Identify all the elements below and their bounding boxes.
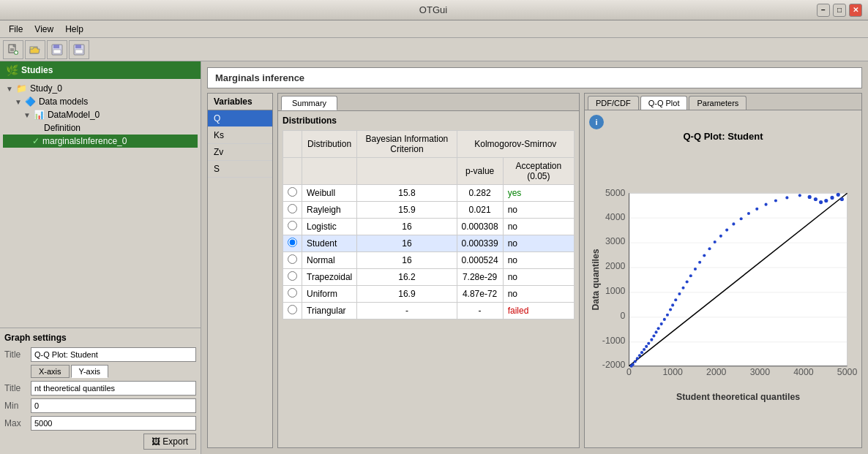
dist-bic-logistic: 16: [357, 219, 457, 235]
max-input[interactable]: [31, 416, 196, 431]
menu-bar: File View Help: [0, 20, 868, 38]
svg-point-83: [837, 193, 840, 197]
svg-point-80: [819, 200, 823, 204]
menu-file[interactable]: File: [3, 23, 29, 36]
svg-text:0: 0: [626, 367, 632, 377]
left-panel: 🌿 Studies ▼ 📁 Study_0 ▼ 🔷 Data models ▼ …: [0, 61, 201, 454]
dist-bic-student: 16: [357, 235, 457, 252]
svg-point-64: [698, 261, 701, 264]
svg-point-75: [774, 199, 777, 202]
dist-bic-uniform: 16.9: [357, 286, 457, 303]
svg-point-46: [643, 348, 646, 351]
svg-point-70: [732, 222, 735, 225]
axis-title-row: Title: [4, 381, 196, 396]
dist-acceptance-rayleigh: no: [503, 202, 574, 219]
svg-point-61: [686, 280, 689, 283]
svg-text:5000: 5000: [605, 188, 626, 198]
svg-point-62: [689, 274, 692, 277]
svg-point-76: [785, 196, 788, 199]
datamodels-icon: 🔷: [25, 97, 36, 107]
svg-text:-2000: -2000: [602, 360, 626, 370]
svg-text:2000: 2000: [605, 261, 626, 271]
svg-point-69: [725, 229, 728, 232]
col-bic: Bayesian Information Criterion: [357, 131, 457, 158]
svg-text:4000: 4000: [793, 367, 814, 377]
graph-settings-panel: Graph settings Title X-axis Y-axis Title…: [0, 328, 201, 454]
tree-item-datamodel[interactable]: ▼ 📊 DataModel_0: [3, 108, 198, 121]
axis-title-input[interactable]: [31, 381, 196, 396]
saveas-button[interactable]: [47, 40, 67, 59]
dist-acceptance-triangular: failed: [503, 303, 574, 319]
tree-item-study[interactable]: ▼ 📁 Study_0: [3, 82, 198, 95]
title-bar-buttons: − □ ✕: [817, 4, 862, 17]
tab-parameters[interactable]: Parameters: [689, 96, 747, 110]
tab-qqplot[interactable]: Q-Q Plot: [640, 96, 688, 110]
menu-view[interactable]: View: [29, 23, 59, 36]
dist-radio-trapezoidal[interactable]: [288, 271, 297, 281]
min-input[interactable]: [31, 398, 196, 413]
svg-point-49: [650, 338, 653, 341]
dist-radio-logistic[interactable]: [288, 221, 297, 230]
dist-acceptance-logistic: no: [503, 219, 574, 235]
col-pvalue: p-value: [457, 158, 503, 185]
chart-title: Q-Q Plot: Student: [683, 131, 763, 142]
tree-item-datamodels[interactable]: ▼ 🔷 Data models: [3, 95, 198, 108]
y-axis-tab[interactable]: Y-axis: [71, 365, 109, 378]
dist-radio-weibull[interactable]: [288, 187, 297, 197]
dist-acceptance-uniform: no: [503, 286, 574, 303]
svg-point-60: [681, 287, 684, 290]
dist-radio-triangular[interactable]: [288, 305, 297, 314]
var-item-ks[interactable]: Ks: [208, 127, 272, 144]
svg-point-77: [798, 194, 801, 197]
maximize-button[interactable]: □: [833, 4, 846, 17]
new-button[interactable]: [3, 40, 23, 59]
studies-icon: 🌿: [6, 64, 18, 76]
svg-point-57: [671, 303, 674, 306]
svg-text:0: 0: [621, 311, 626, 321]
svg-point-63: [694, 268, 697, 270]
svg-point-52: [657, 327, 660, 330]
svg-point-44: [638, 354, 641, 357]
open-button[interactable]: [25, 40, 45, 59]
tree-item-definition[interactable]: Definition: [3, 121, 198, 135]
title-input[interactable]: [31, 347, 196, 362]
svg-point-59: [678, 292, 681, 295]
var-item-s[interactable]: S: [208, 161, 272, 178]
chart-content: i Q-Q Plot: Student: [585, 110, 861, 447]
save-button[interactable]: [69, 40, 89, 59]
minimize-button[interactable]: −: [817, 4, 830, 17]
dist-radio-rayleigh[interactable]: [288, 204, 297, 213]
dist-name-triangular: Triangular: [302, 303, 357, 319]
var-item-zv[interactable]: Zv: [208, 144, 272, 161]
tab-pdfcdf[interactable]: PDF/CDF: [588, 96, 639, 110]
dist-radio-normal[interactable]: [288, 254, 297, 264]
dist-radio-student[interactable]: [288, 238, 297, 247]
main-layout: 🌿 Studies ▼ 📁 Study_0 ▼ 🔷 Data models ▼ …: [0, 61, 868, 454]
var-item-q[interactable]: Q: [208, 110, 272, 127]
title-bar: OTGui − □ ✕: [0, 0, 868, 20]
svg-point-67: [714, 241, 717, 243]
close-button[interactable]: ✕: [849, 4, 862, 17]
svg-text:5000: 5000: [837, 367, 858, 377]
dist-bic-weibull: 15.8: [357, 185, 457, 202]
svg-point-74: [765, 203, 768, 206]
export-button[interactable]: 🖼 Export: [143, 434, 196, 450]
dist-radio-uniform[interactable]: [288, 288, 297, 298]
dist-acceptance-trapezoidal: no: [503, 269, 574, 286]
dist-pvalue-uniform: 4.87e-72: [457, 286, 503, 303]
tree-item-inference[interactable]: ✓ marginalsInference_0: [3, 135, 198, 148]
chart-svg-container: 5000 4000 3000 2000 1000 0: [588, 145, 858, 444]
dist-acceptance-weibull: yes: [503, 185, 574, 202]
study-folder-icon: 📁: [16, 83, 27, 94]
svg-point-51: [654, 330, 657, 333]
menu-help[interactable]: Help: [59, 23, 89, 36]
tab-summary[interactable]: Summary: [281, 96, 337, 110]
svg-text:-1000: -1000: [602, 336, 626, 346]
svg-text:3000: 3000: [750, 367, 771, 377]
info-icon[interactable]: i: [589, 115, 604, 129]
svg-point-50: [652, 334, 655, 337]
x-axis-tab[interactable]: X-axis: [31, 365, 70, 378]
variables-header: Variables: [208, 94, 272, 110]
study-label: Study_0: [30, 83, 62, 94]
svg-point-81: [824, 199, 828, 203]
